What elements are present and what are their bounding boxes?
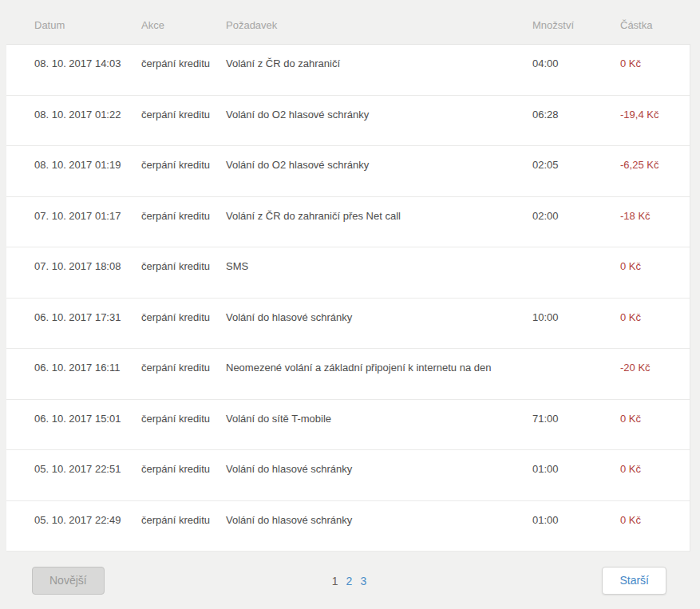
usage-table: Datum Akce Požadavek Množství Částka 08.… [6, 0, 690, 552]
cell-mnozstvi: 06:28 [532, 106, 620, 146]
cell-mnozstvi: 02:05 [532, 156, 620, 196]
page-3-link[interactable]: 3 [360, 575, 366, 587]
cell-akce: čerpání kreditu [141, 410, 226, 450]
pagination-bar: Novější 1 2 3 Starší [0, 552, 700, 609]
cell-castka: 0 Kč [620, 309, 690, 349]
cell-mnozstvi: 01:00 [532, 512, 620, 552]
cell-pozadavek: Neomezené volání a základní připojení k … [226, 359, 532, 399]
cell-pozadavek: Volání z ČR do zahraničí přes Net call [226, 208, 532, 247]
table-row: 06. 10. 2017 15:01 čerpání kreditu Volán… [6, 400, 690, 451]
cell-akce: čerpání kreditu [141, 208, 226, 247]
column-header-akce: Akce [141, 19, 226, 31]
cell-castka: -19,4 Kč [620, 106, 690, 146]
cell-akce: čerpání kreditu [141, 156, 226, 196]
cell-mnozstvi: 02:00 [532, 208, 620, 247]
cell-pozadavek: Volání do hlasové schránky [226, 309, 532, 349]
cell-datum: 08. 10. 2017 01:19 [34, 156, 141, 196]
cell-pozadavek: Volání do sítě T-mobile [226, 410, 532, 450]
cell-castka: 0 Kč [620, 258, 690, 298]
cell-datum: 08. 10. 2017 14:03 [34, 55, 141, 95]
cell-pozadavek: Volání do hlasové schránky [226, 512, 532, 552]
column-header-pozadavek: Požadavek [226, 19, 532, 31]
cell-akce: čerpání kreditu [141, 359, 226, 399]
cell-datum: 08. 10. 2017 01:22 [34, 106, 141, 146]
table-body: 08. 10. 2017 14:03 čerpání kreditu Volán… [6, 44, 690, 552]
cell-pozadavek: SMS [226, 258, 532, 298]
table-row: 05. 10. 2017 22:49 čerpání kreditu Volán… [6, 501, 690, 552]
cell-akce: čerpání kreditu [141, 258, 226, 298]
cell-mnozstvi [532, 359, 620, 399]
table-row: 08. 10. 2017 14:03 čerpání kreditu Volán… [6, 45, 690, 96]
newer-button[interactable]: Novější [32, 567, 105, 595]
cell-akce: čerpání kreditu [141, 309, 226, 349]
cell-pozadavek: Volání do hlasové schránky [226, 461, 532, 500]
cell-castka: -6,25 Kč [620, 156, 690, 196]
cell-pozadavek: Volání do O2 hlasové schránky [226, 106, 532, 146]
cell-datum: 05. 10. 2017 22:49 [34, 512, 141, 552]
cell-castka: -18 Kč [620, 208, 690, 247]
cell-castka: 0 Kč [620, 512, 690, 552]
cell-datum: 06. 10. 2017 17:31 [34, 309, 141, 349]
cell-castka: 0 Kč [620, 410, 690, 450]
cell-pozadavek: Volání z ČR do zahraničí [226, 55, 532, 95]
cell-akce: čerpání kreditu [141, 106, 226, 146]
cell-datum: 05. 10. 2017 22:51 [34, 461, 141, 500]
table-row: 07. 10. 2017 18:08 čerpání kreditu SMS 0… [6, 247, 690, 299]
page-1-current: 1 [332, 575, 338, 587]
table-row: 06. 10. 2017 16:11 čerpání kreditu Neome… [6, 349, 690, 400]
older-button[interactable]: Starší [602, 567, 666, 595]
cell-mnozstvi [532, 258, 620, 298]
cell-mnozstvi: 10:00 [532, 309, 620, 349]
table-row: 08. 10. 2017 01:22 čerpání kreditu Volán… [6, 96, 690, 147]
pagination: 1 2 3 [332, 575, 366, 587]
cell-pozadavek: Volání do O2 hlasové schránky [226, 156, 532, 196]
cell-datum: 07. 10. 2017 01:17 [34, 208, 141, 247]
cell-castka: 0 Kč [620, 461, 690, 500]
table-row: 08. 10. 2017 01:19 čerpání kreditu Volán… [6, 146, 690, 197]
cell-akce: čerpání kreditu [141, 55, 226, 95]
cell-datum: 07. 10. 2017 18:08 [34, 258, 141, 298]
cell-akce: čerpání kreditu [141, 461, 226, 500]
page-2-link[interactable]: 2 [346, 575, 353, 587]
column-header-datum: Datum [34, 19, 141, 31]
table-row: 07. 10. 2017 01:17 čerpání kreditu Volán… [6, 197, 690, 248]
cell-castka: -20 Kč [620, 359, 690, 399]
cell-datum: 06. 10. 2017 16:11 [34, 359, 141, 399]
table-row: 05. 10. 2017 22:51 čerpání kreditu Volán… [6, 450, 690, 501]
cell-mnozstvi: 01:00 [532, 461, 620, 500]
column-header-mnozstvi: Množství [532, 19, 620, 31]
column-header-castka: Částka [620, 19, 690, 31]
table-header: Datum Akce Požadavek Množství Částka [6, 0, 690, 44]
cell-mnozstvi: 04:00 [532, 55, 620, 95]
cell-datum: 06. 10. 2017 15:01 [34, 410, 141, 450]
cell-castka: 0 Kč [620, 55, 690, 95]
cell-mnozstvi: 71:00 [532, 410, 620, 450]
cell-akce: čerpání kreditu [141, 512, 226, 552]
table-row: 06. 10. 2017 17:31 čerpání kreditu Volán… [6, 299, 690, 350]
